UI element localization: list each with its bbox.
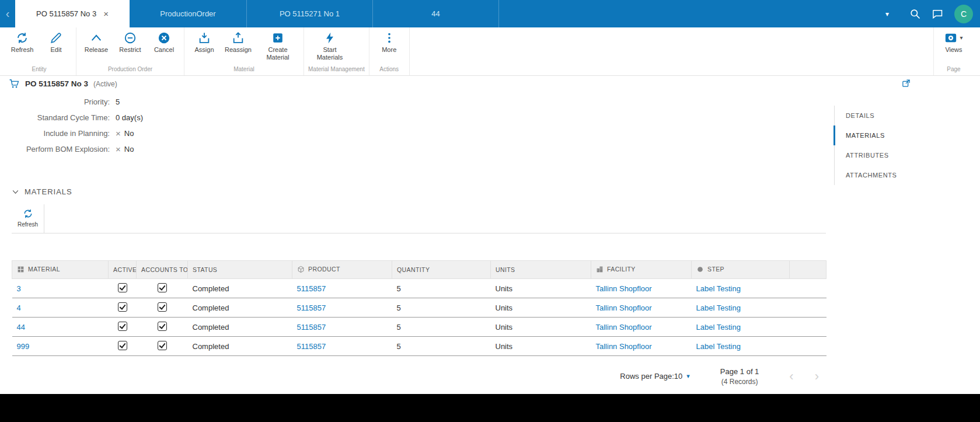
product-link[interactable]: 5115857: [297, 323, 326, 332]
toolbar-spacer: [410, 27, 933, 75]
content-area: Priority: 5 Standard Cycle Time: 0 day(s…: [0, 92, 834, 386]
cancel-button[interactable]: Cancel: [147, 32, 181, 54]
column-material[interactable]: MATERIAL: [12, 261, 109, 279]
tab-44[interactable]: 44: [373, 0, 499, 27]
page-count: Page 1 of 1: [720, 367, 759, 377]
table-row[interactable]: 999 Completed 5115857 5 Units Tallinn Sh…: [12, 337, 826, 356]
facility-link[interactable]: Tallinn Shopfloor: [596, 323, 652, 332]
toolbar-group-entity: Refresh Edit Entity: [2, 27, 76, 75]
material-grid-icon: [17, 266, 25, 274]
edit-button[interactable]: Edit: [39, 32, 73, 54]
column-step[interactable]: STEP: [692, 261, 790, 279]
sidebar-item-materials[interactable]: MATERIALS: [833, 125, 980, 145]
product-link[interactable]: 5115857: [297, 342, 326, 351]
previous-page-icon[interactable]: ‹: [789, 369, 793, 384]
assign-arrow-down-icon: [198, 32, 211, 44]
tabs-scroll-left-icon[interactable]: ‹: [0, 0, 15, 27]
top-tab-bar: ‹ PO 5115857 No 3 × ProductionOrder PO 5…: [0, 0, 980, 27]
material-link[interactable]: 3: [17, 284, 21, 293]
field-standard-cycle-time: Standard Cycle Time: 0 day(s): [0, 110, 834, 125]
restrict-minus-circle-icon: [124, 32, 137, 44]
table-row[interactable]: 4 Completed 5115857 5 Units Tallinn Shop…: [12, 298, 826, 318]
cart-icon: [9, 78, 20, 89]
open-panel-icon[interactable]: [902, 79, 911, 90]
facility-link[interactable]: Tallinn Shopfloor: [596, 284, 652, 293]
create-material-button[interactable]: Create Material: [255, 32, 301, 61]
table-row[interactable]: 44 Completed 5115857 5 Units Tallinn Sho…: [12, 318, 826, 337]
column-active[interactable]: ACTIVE: [109, 261, 137, 279]
rows-per-page-select[interactable]: Rows per Page:10 ▾: [620, 372, 689, 381]
status-cell: Completed: [188, 279, 292, 298]
column-status[interactable]: STATUS: [188, 261, 292, 279]
sidebar-item-attachments[interactable]: ATTACHMENTS: [833, 165, 980, 185]
column-blank: [790, 261, 826, 279]
quantity-cell: 5: [392, 318, 491, 337]
active-checkbox[interactable]: [118, 283, 127, 292]
material-link[interactable]: 4: [17, 304, 21, 312]
cancel-x-circle-icon: [158, 32, 170, 44]
action-toolbar: Refresh Edit Entity Release Restrict: [0, 27, 980, 76]
column-accounts-to[interactable]: ACCOUNTS TO: [137, 261, 188, 279]
units-cell: Units: [491, 279, 591, 298]
release-button[interactable]: Release: [79, 32, 113, 54]
assign-button[interactable]: Assign: [187, 32, 221, 54]
column-product[interactable]: PRODUCT: [292, 261, 392, 279]
active-checkbox[interactable]: [118, 322, 127, 331]
next-page-icon[interactable]: ›: [815, 369, 819, 384]
tab-productionorder[interactable]: ProductionOrder: [130, 0, 247, 27]
field-value: 0 day(s): [116, 113, 143, 122]
materials-section-title: MATERIALS: [25, 187, 72, 196]
chevron-down-icon: [12, 188, 19, 196]
tab-po-5115857[interactable]: PO 5115857 No 3 ×: [15, 0, 130, 27]
entity-header: PO 5115857 No 3 (Active): [0, 76, 980, 92]
step-link[interactable]: Label Testing: [696, 284, 741, 293]
facility-link[interactable]: Tallinn Shopfloor: [596, 304, 652, 312]
column-facility[interactable]: FACILITY: [591, 261, 692, 279]
toolbar-group-actions: More Actions: [369, 27, 410, 75]
sidebar-item-attributes[interactable]: ATTRIBUTES: [833, 145, 980, 165]
views-caret-icon[interactable]: ▾: [960, 34, 962, 41]
column-units[interactable]: UNITS: [491, 261, 591, 279]
caret-down-icon: ▾: [686, 372, 690, 380]
restrict-button[interactable]: Restrict: [113, 32, 147, 54]
active-checkbox[interactable]: [118, 341, 127, 350]
toolbar-group-label: Entity: [5, 65, 73, 75]
page-info: Page 1 of 1 (4 Records): [720, 367, 759, 386]
facility-link[interactable]: Tallinn Shopfloor: [596, 342, 652, 351]
materials-refresh-button[interactable]: Refresh: [12, 204, 44, 233]
table-row[interactable]: 3 Completed 5115857 5 Units Tallinn Shop…: [12, 279, 826, 298]
column-quantity[interactable]: QUANTITY: [392, 261, 491, 279]
material-link[interactable]: 44: [17, 323, 25, 332]
product-cube-icon: [297, 266, 305, 274]
units-cell: Units: [491, 298, 591, 318]
field-perform-bom-explosion: Perform BOM Explosion: × No: [0, 141, 834, 157]
search-icon[interactable]: [904, 3, 926, 25]
start-materials-button[interactable]: Start Materials: [307, 32, 353, 61]
step-link[interactable]: Label Testing: [696, 342, 741, 351]
tab-close-icon[interactable]: ×: [103, 9, 109, 19]
accounts-to-checkbox[interactable]: [158, 283, 167, 292]
tab-label: ProductionOrder: [160, 9, 215, 18]
refresh-button[interactable]: Refresh: [5, 32, 39, 54]
accounts-to-checkbox[interactable]: [158, 322, 167, 331]
views-button[interactable]: ▾ Views: [937, 32, 971, 54]
active-checkbox[interactable]: [118, 302, 127, 312]
product-link[interactable]: 5115857: [297, 284, 326, 293]
accounts-to-checkbox[interactable]: [158, 341, 167, 350]
product-link[interactable]: 5115857: [297, 304, 326, 312]
reassign-button[interactable]: Reassign: [221, 32, 255, 54]
main-area: Priority: 5 Standard Cycle Time: 0 day(s…: [0, 92, 980, 386]
more-button[interactable]: More: [372, 32, 406, 54]
step-link[interactable]: Label Testing: [696, 304, 741, 312]
step-link[interactable]: Label Testing: [696, 323, 741, 332]
accounts-to-checkbox[interactable]: [158, 302, 167, 312]
material-link[interactable]: 999: [17, 342, 30, 351]
feedback-chat-icon[interactable]: [926, 3, 948, 25]
materials-section-header[interactable]: MATERIALS: [12, 187, 826, 196]
field-value: 5: [116, 97, 120, 106]
tabs-overflow-caret-icon[interactable]: ▾: [885, 10, 889, 18]
toolbar-group-material-management: Start Materials Material Management: [304, 27, 369, 75]
user-avatar[interactable]: C: [954, 5, 973, 23]
sidebar-item-details[interactable]: DETAILS: [833, 106, 980, 125]
tab-po-5115271[interactable]: PO 5115271 No 1: [247, 0, 373, 27]
